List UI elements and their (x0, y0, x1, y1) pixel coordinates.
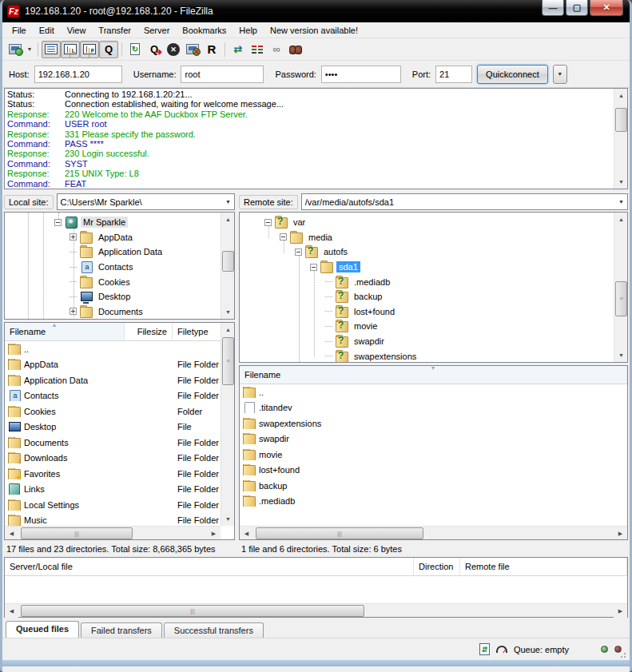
menu-file[interactable]: File (6, 24, 33, 37)
file-row[interactable]: .titandev (240, 400, 627, 416)
column-header-server-local[interactable]: Server/Local file (5, 558, 414, 575)
tab-successful-transfers[interactable]: Successful transfers (164, 622, 264, 638)
menu-bookmarks[interactable]: Bookmarks (176, 24, 233, 37)
local-tree-scrollbar[interactable]: ▲ ▼ (221, 213, 234, 319)
file-row[interactable]: DesktopFile (5, 420, 221, 435)
cancel-button[interactable]: ✕ (164, 41, 183, 58)
combo-dropdown-icon[interactable]: ▼ (225, 199, 231, 205)
column-header-filename[interactable]: ▼Filename (240, 366, 627, 384)
file-row[interactable]: AppDataFile Folder (5, 357, 221, 373)
column-header-filesize[interactable]: Filesize (125, 323, 173, 340)
toggle-remote-tree-button[interactable]: F (80, 41, 99, 58)
scroll-down-arrow[interactable]: ▼ (221, 305, 235, 319)
file-row[interactable]: backup (240, 478, 627, 494)
menu-edit[interactable]: Edit (33, 24, 61, 37)
menu-new-version[interactable]: New version available! (264, 24, 364, 37)
tree-item-autofs[interactable]: ?autofs (240, 245, 627, 260)
tree-item-media[interactable]: media (240, 230, 627, 245)
title-bar[interactable]: Fz 192.168.1.20 - root@192.168.1.20 - Fi… (2, 0, 630, 22)
menu-transfer[interactable]: Transfer (92, 24, 137, 37)
tree-item-backup[interactable]: ?backup (240, 289, 627, 304)
scrollbar-thumb[interactable] (615, 108, 627, 132)
scroll-right-arrow[interactable]: ▶ (614, 604, 627, 618)
tree-item-movie[interactable]: ?movie (240, 319, 627, 334)
tree-item-desktop[interactable]: Desktop (5, 289, 234, 304)
scrollbar-thumb[interactable]: ||| (21, 527, 133, 539)
scrollbar-thumb[interactable] (222, 251, 234, 272)
file-row[interactable]: .mediadb (240, 494, 627, 510)
tree-item-downloads[interactable]: ↓Downloads (5, 319, 234, 320)
reconnect-button[interactable]: R (202, 41, 221, 58)
file-row[interactable]: LinksFile Folder (5, 482, 221, 498)
local-site-combo[interactable]: C:\Users\Mr Sparkle\ ▼ (57, 193, 235, 210)
remote-list-hscrollbar[interactable]: ◀ ||| ▶ (240, 526, 627, 539)
remote-site-combo[interactable]: /var/media/autofs/sda1 ▼ (301, 193, 628, 210)
file-row[interactable]: .. (5, 341, 221, 357)
column-header-direction[interactable]: Direction (414, 558, 460, 575)
transfer-type-icon[interactable]: ⇵ (479, 643, 490, 655)
menu-view[interactable]: View (61, 24, 93, 37)
resize-grip[interactable] (620, 650, 628, 658)
toggle-message-log-button[interactable] (42, 41, 61, 58)
scroll-left-arrow[interactable]: ◀ (5, 527, 18, 540)
column-header-filename[interactable]: ▲Filename (5, 323, 125, 340)
toggle-local-tree-button[interactable]: L (61, 41, 80, 58)
scrollbar-thumb[interactable]: ≡ (222, 337, 234, 385)
maximize-button[interactable]: ▢ (566, 0, 588, 16)
file-row[interactable]: Local SettingsFile Folder (5, 497, 221, 513)
tree-item-swapdir[interactable]: ?swapdir (240, 334, 627, 349)
username-input[interactable] (181, 66, 264, 83)
file-row[interactable]: movie (240, 447, 627, 463)
toggle-queue-button[interactable]: Q (99, 41, 118, 58)
file-row[interactable]: swapextensions (240, 416, 627, 431)
close-button[interactable]: ✕ (590, 0, 623, 16)
combo-dropdown-icon[interactable]: ▼ (618, 199, 624, 205)
collapse-icon[interactable] (264, 219, 272, 226)
scroll-up-arrow[interactable]: ▲ (614, 89, 628, 102)
file-row[interactable]: lost+found (240, 463, 627, 479)
speed-limits-icon[interactable] (496, 646, 507, 653)
scrollbar-thumb[interactable]: ||| (21, 605, 364, 617)
file-row[interactable]: Application DataFile Folder (5, 372, 221, 388)
file-row[interactable]: CookiesFolder (5, 404, 221, 420)
tree-item-sda1[interactable]: sda1 (240, 260, 627, 275)
site-manager-dropdown[interactable]: ▼ (25, 41, 34, 58)
file-row[interactable]: swapdir (240, 431, 627, 447)
file-row[interactable]: DocumentsFile Folder (5, 435, 221, 451)
collapse-icon[interactable] (295, 249, 302, 256)
quickconnect-button[interactable]: Quickconnect (477, 65, 548, 84)
scrollbar-thumb[interactable]: ||| (256, 527, 423, 539)
collapse-icon[interactable] (280, 233, 287, 241)
tree-item-mr-sparkle[interactable]: Mr Sparkle (5, 215, 234, 230)
file-row[interactable]: .. (240, 384, 627, 400)
menu-server[interactable]: Server (137, 24, 176, 37)
tree-item-contacts[interactable]: Contacts (5, 260, 234, 275)
scroll-left-arrow[interactable]: ◀ (240, 527, 253, 540)
tree-item-appdata[interactable]: AppData (5, 230, 234, 245)
directory-comparison-button[interactable] (248, 41, 267, 58)
tree-item-mediadb[interactable]: ?.mediadb (240, 274, 627, 289)
menu-help[interactable]: Help (233, 24, 264, 37)
file-row[interactable]: ↓DownloadsFile Folder (5, 451, 221, 467)
remote-tree-scrollbar[interactable]: ▲ ≡ ▼ (614, 213, 627, 362)
tab-failed-transfers[interactable]: Failed transfers (81, 622, 162, 638)
quickconnect-dropdown[interactable]: ▼ (553, 65, 567, 84)
tree-item-var[interactable]: ?var (240, 215, 627, 230)
local-list-hscrollbar[interactable]: ◀ ||| ▶ (5, 526, 221, 539)
file-search-button[interactable] (286, 41, 305, 58)
scroll-down-arrow[interactable]: ▼ (221, 512, 235, 526)
tree-item-swapextensions[interactable]: ?swapextensions (240, 348, 627, 363)
collapse-icon[interactable] (310, 264, 317, 271)
disconnect-button[interactable]: ✕ (183, 41, 202, 58)
column-header-remote-file[interactable]: Remote file (460, 558, 627, 575)
scroll-right-arrow[interactable]: ▶ (207, 527, 221, 540)
local-list-scrollbar[interactable]: ▲ ≡ ▼ (221, 323, 234, 526)
tree-item-documents[interactable]: Documents (5, 304, 234, 320)
tree-item-application-data[interactable]: Application Data (5, 245, 234, 260)
tree-item-lost-found[interactable]: ?lost+found (240, 304, 627, 320)
collapse-icon[interactable] (54, 219, 62, 226)
port-input[interactable] (435, 66, 472, 83)
scroll-left-arrow[interactable]: ◀ (5, 604, 18, 618)
expand-icon[interactable] (70, 233, 77, 241)
expand-icon[interactable] (70, 308, 77, 315)
